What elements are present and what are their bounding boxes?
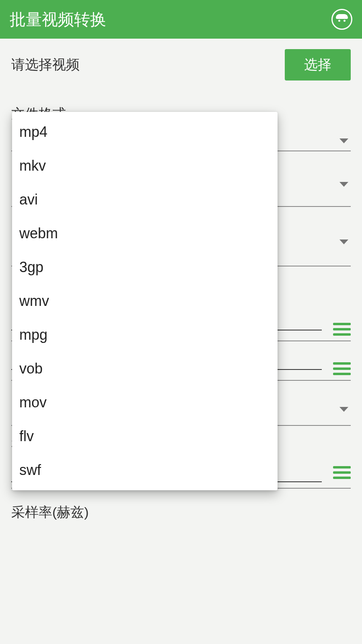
- format-popup: mp4 mkv avi webm 3gp wmv mpg vob mov flv…: [12, 112, 278, 490]
- profile-avatar-icon[interactable]: [331, 9, 352, 30]
- format-option-vob[interactable]: vob: [12, 352, 278, 386]
- select-video-row: 请选择视频 选择: [11, 49, 351, 80]
- header-title: 批量视频转换: [10, 8, 106, 31]
- menu-icon[interactable]: [333, 323, 351, 336]
- avatar-face-icon: [335, 12, 349, 26]
- menu-icon[interactable]: [333, 362, 351, 375]
- format-option-swf[interactable]: swf: [12, 453, 278, 487]
- format-option-mp4[interactable]: mp4: [12, 115, 278, 149]
- select-video-button[interactable]: 选择: [285, 49, 351, 80]
- format-option-mkv[interactable]: mkv: [12, 149, 278, 183]
- chevron-down-icon: [339, 182, 348, 187]
- format-option-mpg[interactable]: mpg: [12, 318, 278, 352]
- format-option-flv[interactable]: flv: [12, 419, 278, 453]
- format-option-3gp[interactable]: 3gp: [12, 250, 278, 284]
- chevron-down-icon: [339, 138, 348, 143]
- format-option-mov[interactable]: mov: [12, 386, 278, 419]
- menu-icon[interactable]: [333, 466, 351, 479]
- format-option-avi[interactable]: avi: [12, 183, 278, 217]
- app-header: 批量视频转换: [0, 0, 362, 39]
- samplerate-label: 采样率(赫兹): [11, 503, 351, 522]
- format-option-webm[interactable]: webm: [12, 217, 278, 250]
- chevron-down-icon: [339, 407, 348, 412]
- select-video-label: 请选择视频: [11, 56, 80, 74]
- format-option-wmv[interactable]: wmv: [12, 284, 278, 318]
- chevron-down-icon: [339, 239, 348, 244]
